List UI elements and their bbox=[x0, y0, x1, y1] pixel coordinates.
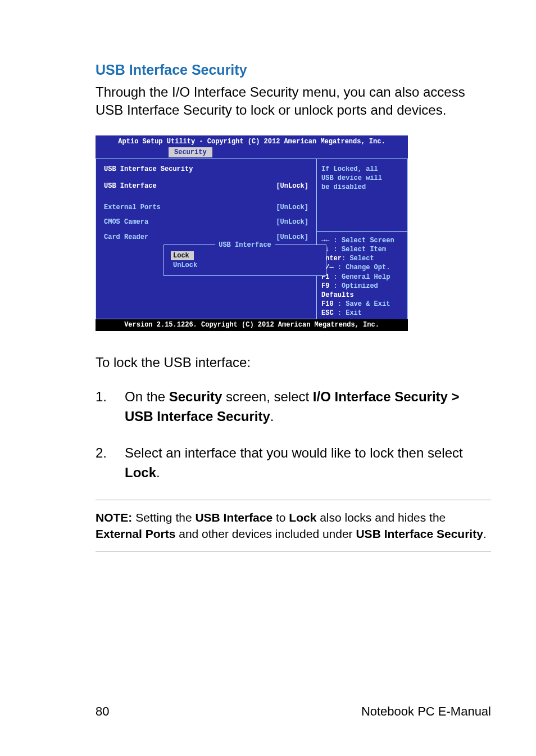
hint-desc: : Select Screen bbox=[334, 237, 394, 245]
hint-desc: : Select Item bbox=[334, 246, 387, 253]
step-1: 1. On the Security screen, select I/O In… bbox=[96, 387, 491, 427]
bios-help-bottom: →← : Select Screen ↑↓ : Select Item Ente… bbox=[317, 232, 408, 321]
bios-section-title: USB Interface Security bbox=[104, 165, 308, 174]
hint-desc: : General Help bbox=[334, 273, 390, 281]
hint-key: →← bbox=[321, 237, 334, 245]
hint-key: F9 bbox=[321, 282, 334, 290]
bios-row-value: [UnLock] bbox=[276, 203, 308, 212]
note-bold: USB Interface Security bbox=[356, 527, 483, 540]
bios-row-usb-interface[interactable]: USB Interface [UnLock] bbox=[104, 182, 308, 191]
hint-desc: : Save & Exit bbox=[338, 300, 390, 308]
footer-right: Notebook PC E-Manual bbox=[361, 703, 491, 720]
note-label: NOTE: bbox=[96, 511, 132, 524]
bios-popup-title: USB Interface bbox=[215, 241, 275, 250]
step-text: On the bbox=[125, 389, 169, 404]
bios-row-external-ports[interactable]: External Ports [UnLock] bbox=[104, 203, 308, 212]
bios-help-line: USB device will bbox=[321, 174, 403, 183]
step-text: . bbox=[270, 409, 274, 424]
step-text: . bbox=[156, 465, 160, 480]
hint-desc: : Exit bbox=[338, 309, 362, 317]
intro-text: Through the I/O Interface Security menu,… bbox=[96, 83, 491, 120]
bios-topbar-text: Aptio Setup Utility - Copyright (C) 2012… bbox=[96, 137, 408, 146]
bios-row-value: [UnLock] bbox=[276, 233, 308, 242]
note-text: Setting the bbox=[132, 511, 195, 524]
hint-key: Defaults bbox=[321, 291, 354, 299]
step-bold: Security bbox=[169, 389, 222, 404]
bios-topbar: Aptio Setup Utility - Copyright (C) 2012… bbox=[96, 135, 408, 157]
bios-row-cmos-camera[interactable]: CMOS Camera [UnLock] bbox=[104, 218, 308, 227]
note-box: NOTE: Setting the USB Interface to Lock … bbox=[96, 500, 491, 552]
hint-desc: : Select bbox=[342, 255, 374, 262]
note-text: . bbox=[483, 527, 487, 540]
hint-desc: : Change Opt. bbox=[338, 264, 390, 271]
bios-row-label: USB Interface bbox=[104, 182, 157, 191]
bios-version-footer: Version 2.15.1226. Copyright (C) 2012 Am… bbox=[96, 319, 408, 331]
hint-key: ESC bbox=[321, 309, 338, 317]
note-text: and other devices included under bbox=[175, 527, 356, 540]
bios-help-line: If Locked, all bbox=[321, 165, 403, 174]
section-heading: USB Interface Security bbox=[96, 61, 491, 80]
step-number: 1. bbox=[96, 387, 125, 427]
step-number: 2. bbox=[96, 443, 125, 483]
note-bold: Lock bbox=[289, 511, 316, 524]
page-number: 80 bbox=[96, 703, 109, 720]
bios-row-value: [UnLock] bbox=[276, 182, 308, 191]
bios-tab-security[interactable]: Security bbox=[169, 147, 212, 157]
hint-key: F10 bbox=[321, 300, 338, 308]
bios-help-top: If Locked, all USB device will be disabl… bbox=[317, 159, 408, 232]
bios-row-card-reader[interactable]: Card Reader [UnLock] bbox=[104, 233, 308, 242]
bios-row-value: [UnLock] bbox=[276, 218, 308, 227]
step-text: Select an interface that you would like … bbox=[125, 445, 463, 460]
steps-list: 1. On the Security screen, select I/O In… bbox=[96, 387, 491, 482]
bios-popup: USB Interface Lock UnLock bbox=[163, 245, 326, 276]
lead-text: To lock the USB interface: bbox=[96, 354, 491, 372]
bios-help-line: be disabled bbox=[321, 183, 403, 192]
note-bold: External Ports bbox=[96, 527, 175, 540]
bios-popup-item-unlock[interactable]: UnLock bbox=[171, 261, 199, 269]
bios-screenshot: Aptio Setup Utility - Copyright (C) 2012… bbox=[96, 135, 408, 332]
step-text: screen, select bbox=[222, 389, 312, 404]
note-bold: USB Interface bbox=[195, 511, 272, 524]
bios-left-pane: USB Interface Security USB Interface [Un… bbox=[96, 159, 317, 319]
bios-row-label: Card Reader bbox=[104, 233, 148, 242]
page-footer: 80 Notebook PC E-Manual bbox=[96, 703, 491, 720]
note-text: to bbox=[272, 511, 289, 524]
step-bold: Lock bbox=[125, 465, 156, 480]
note-text: also locks and hides the bbox=[316, 511, 446, 524]
hint-desc: : Optimized bbox=[334, 282, 378, 290]
step-2: 2. Select an interface that you would li… bbox=[96, 443, 491, 483]
bios-popup-item-lock[interactable]: Lock bbox=[171, 251, 194, 260]
bios-row-label: CMOS Camera bbox=[104, 218, 148, 227]
bios-row-label: External Ports bbox=[104, 203, 161, 212]
